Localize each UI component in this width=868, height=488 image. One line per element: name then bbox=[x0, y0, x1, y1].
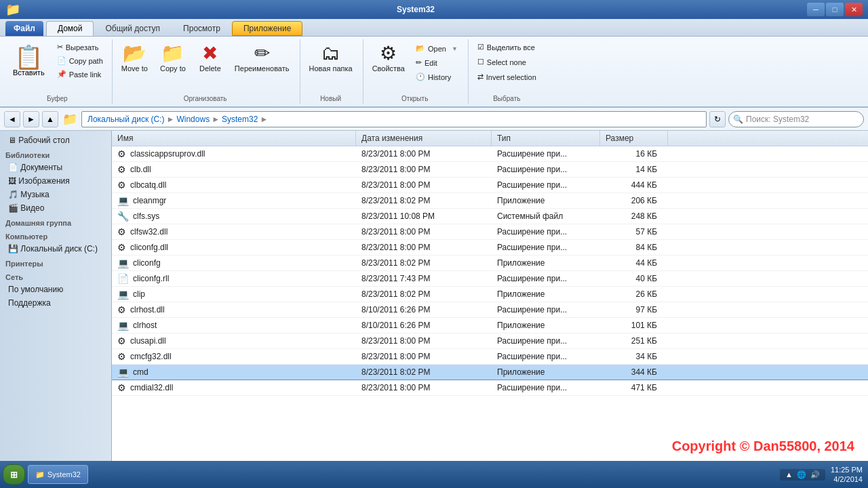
copy-path-icon: 📄 bbox=[57, 56, 66, 65]
up-button[interactable]: ▲ bbox=[42, 111, 58, 127]
paste-button[interactable]: 📋 Вставить bbox=[7, 43, 51, 79]
file-date-cell: 8/10/2011 6:26 PM bbox=[356, 302, 492, 317]
file-icon: ⚙ bbox=[117, 304, 126, 315]
new-folder-button[interactable]: 🗂 Новая папка bbox=[304, 41, 357, 76]
file-icon: 🔧 bbox=[117, 211, 129, 222]
file-name-cell: ⚙ clbcatq.dll bbox=[112, 178, 356, 192]
edit-button[interactable]: ✏ Edit bbox=[411, 56, 462, 69]
new-folder-icon: 🗂 bbox=[321, 44, 340, 63]
tab-app[interactable]: Приложение bbox=[232, 21, 302, 36]
taskbar-explorer[interactable]: 📁 System32 bbox=[28, 465, 88, 484]
invert-selection-button[interactable]: ⇄ Invert selection bbox=[473, 70, 541, 83]
table-row[interactable]: 💻 clip 8/23/2011 8:02 PM Приложение 26 К… bbox=[112, 287, 868, 302]
file-size-cell: 251 КБ bbox=[600, 333, 668, 348]
path-windows[interactable]: Windows bbox=[176, 115, 210, 124]
file-date-cell: 8/10/2011 6:26 PM bbox=[356, 318, 492, 333]
table-row[interactable]: ⚙ cmcfg32.dll 8/23/2011 8:00 PM Расширен… bbox=[112, 349, 868, 365]
table-row[interactable]: ⚙ clfsw32.dll 8/23/2011 8:00 PM Расширен… bbox=[112, 224, 868, 240]
tab-home[interactable]: Домой bbox=[46, 21, 94, 36]
move-to-icon: 📂 bbox=[123, 44, 146, 63]
select-all-icon: ☑ bbox=[477, 43, 484, 52]
start-button[interactable]: ⊞ bbox=[3, 464, 25, 485]
properties-icon: ⚙ bbox=[380, 44, 397, 63]
paste-link-button[interactable]: 📌 Paste link bbox=[52, 68, 108, 81]
address-path[interactable]: Локальный диск (C:) ► Windows ► System32… bbox=[81, 111, 707, 127]
file-name: clfsw32.dll bbox=[130, 227, 167, 237]
col-type[interactable]: Тип bbox=[492, 131, 600, 146]
file-list-container[interactable]: Имя Дата изменения Тип Размер ⚙ classica… bbox=[112, 131, 868, 483]
sidebar-video[interactable]: 🎬 Видео bbox=[0, 201, 111, 215]
sidebar-images[interactable]: 🖼 Изображения bbox=[0, 174, 111, 188]
file-name-cell: ⚙ clrhost.dll bbox=[112, 302, 356, 317]
file-name-cell: 🔧 clfs.sys bbox=[112, 209, 356, 224]
file-name: clfs.sys bbox=[133, 211, 159, 221]
sidebar-docs[interactable]: 📄 Документы bbox=[0, 161, 111, 174]
copy-path-button[interactable]: 📄 Copy path bbox=[52, 54, 108, 67]
table-row[interactable]: 🔧 clfs.sys 8/23/2011 10:08 PM Системный … bbox=[112, 209, 868, 224]
table-row[interactable]: ⚙ clbcatq.dll 8/23/2011 8:00 PM Расширен… bbox=[112, 178, 868, 193]
open-group-label: Открыть bbox=[363, 95, 467, 102]
open-dropdown-arrow[interactable]: ▼ bbox=[452, 45, 458, 52]
tab-view[interactable]: Просмотр bbox=[172, 21, 232, 36]
table-row[interactable]: 💻 cliconfg 8/23/2011 8:02 PM Приложение … bbox=[112, 256, 868, 271]
file-name: classicappsruprov.dll bbox=[130, 149, 205, 159]
clock[interactable]: 11:25 PM 4/2/2014 bbox=[831, 465, 863, 485]
file-name-cell: 💻 cliconfg bbox=[112, 256, 356, 270]
table-row[interactable]: 💻 cleanmgr 8/23/2011 8:02 PM Приложение … bbox=[112, 193, 868, 209]
file-type-cell: Приложение bbox=[492, 193, 600, 208]
maximize-button[interactable]: □ bbox=[826, 3, 844, 16]
table-row[interactable]: ⚙ clusapi.dll 8/23/2011 8:00 PM Расширен… bbox=[112, 333, 868, 349]
col-date[interactable]: Дата изменения bbox=[356, 131, 492, 146]
file-icon: 📄 bbox=[117, 273, 129, 284]
sidebar-desktop[interactable]: 🖥 Рабочий стол bbox=[0, 134, 111, 147]
col-name[interactable]: Имя bbox=[112, 131, 356, 146]
rename-button[interactable]: ✏ Переименовать bbox=[230, 41, 294, 76]
tray-arrow[interactable]: ▲ bbox=[785, 470, 793, 479]
table-row[interactable]: ⚙ cliconfg.dll 8/23/2011 8:00 PM Расшире… bbox=[112, 240, 868, 256]
select-all-button[interactable]: ☑ Выделить все bbox=[473, 41, 540, 54]
col-size[interactable]: Размер bbox=[600, 131, 668, 146]
file-date-cell: 8/23/2011 8:00 PM bbox=[356, 146, 492, 161]
sidebar-default[interactable]: По умолчанию bbox=[0, 283, 111, 296]
tab-file[interactable]: Файл bbox=[5, 21, 43, 36]
tab-share[interactable]: Общий доступ bbox=[94, 21, 172, 36]
delete-button[interactable]: ✖ Delete bbox=[193, 41, 227, 76]
table-row[interactable]: ⚙ clb.dll 8/23/2011 8:00 PM Расширение п… bbox=[112, 162, 868, 178]
sidebar-support[interactable]: Поддержка bbox=[0, 296, 111, 310]
file-icon: ⚙ bbox=[117, 351, 126, 362]
cut-button[interactable]: ✂ Вырезать bbox=[52, 41, 108, 54]
table-row[interactable]: ⚙ clrhost.dll 8/10/2011 6:26 PM Расширен… bbox=[112, 302, 868, 318]
file-name-cell: ⚙ classicappsruprov.dll bbox=[112, 146, 356, 161]
path-drive[interactable]: Локальный диск (C:) bbox=[87, 115, 165, 124]
file-type-cell: Расширение при... bbox=[492, 380, 600, 395]
minimize-button[interactable]: ─ bbox=[807, 3, 825, 16]
scissors-icon: ✂ bbox=[57, 43, 63, 52]
table-row[interactable]: ⚙ cmdial32.dll 8/23/2011 8:00 PM Расшире… bbox=[112, 380, 868, 396]
close-button[interactable]: ✕ bbox=[845, 3, 863, 16]
table-row[interactable]: 💻 clrhost 8/10/2011 6:26 PM Приложение 1… bbox=[112, 318, 868, 333]
sidebar-drive-c[interactable]: 💾 Локальный диск (C:) bbox=[0, 242, 111, 256]
copy-to-button[interactable]: 📁 Copy to bbox=[155, 41, 191, 76]
file-name: cliconfg.dll bbox=[130, 243, 168, 252]
history-button[interactable]: 🕐 History bbox=[411, 70, 462, 83]
file-type-cell: Приложение bbox=[492, 318, 600, 333]
search-box[interactable]: 🔍 Поиск: System32 bbox=[728, 111, 864, 127]
move-to-button[interactable]: 📂 Move to bbox=[117, 41, 153, 76]
forward-button[interactable]: ► bbox=[23, 111, 39, 127]
file-type-cell: Расширение при... bbox=[492, 162, 600, 177]
table-row[interactable]: 📄 cliconfg.rll 8/23/2011 7:43 PM Расшире… bbox=[112, 271, 868, 287]
select-none-button[interactable]: ☐ Select none bbox=[473, 56, 531, 68]
file-type-cell: Расширение при... bbox=[492, 146, 600, 161]
back-button[interactable]: ◄ bbox=[4, 111, 20, 127]
path-system32[interactable]: System32 bbox=[222, 115, 258, 124]
properties-button[interactable]: ⚙ Свойства bbox=[368, 41, 410, 76]
sidebar-music[interactable]: 🎵 Музыка bbox=[0, 188, 111, 201]
open-button[interactable]: 📂 Open ▼ bbox=[411, 42, 462, 55]
ribbon-group-select: ☑ Выделить все ☐ Select none ⇄ Invert se… bbox=[470, 39, 547, 104]
table-row[interactable]: 💻 cmd 8/23/2011 8:02 PM Приложение 344 К… bbox=[112, 365, 868, 380]
file-name-cell: ⚙ cmcfg32.dll bbox=[112, 349, 356, 364]
sidebar: 🖥 Рабочий стол Библиотеки 📄 Документы 🖼 … bbox=[0, 131, 112, 483]
refresh-button[interactable]: ↻ bbox=[709, 111, 726, 127]
table-row[interactable]: ⚙ classicappsruprov.dll 8/23/2011 8:00 P… bbox=[112, 146, 868, 162]
file-size-cell: 97 КБ bbox=[600, 302, 668, 317]
